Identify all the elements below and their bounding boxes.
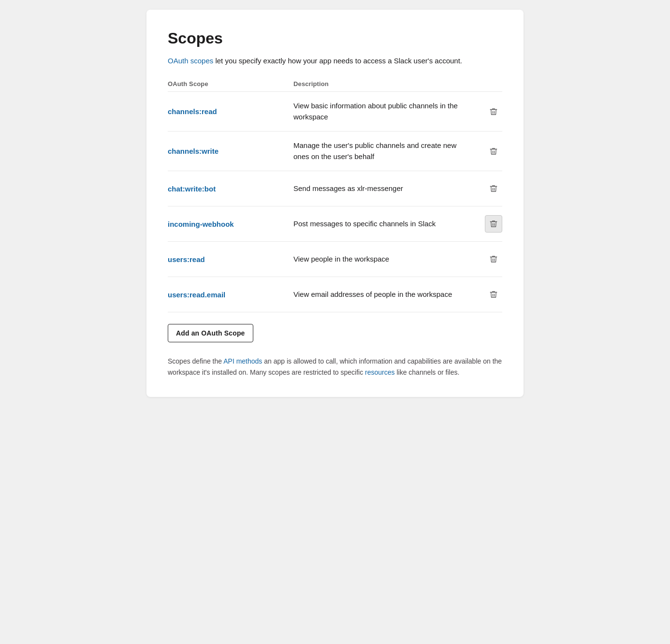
delete-scope-button[interactable] bbox=[485, 180, 502, 197]
scope-name-link[interactable]: chat:write:bot bbox=[168, 185, 293, 193]
table-row: channels:read View basic information abo… bbox=[168, 92, 502, 132]
oauth-scopes-link[interactable]: OAuth scopes bbox=[168, 57, 213, 65]
scope-description: View people in the workspace bbox=[293, 254, 473, 265]
scope-description: Send messages as xlr-messenger bbox=[293, 183, 473, 194]
scope-name-link[interactable]: channels:write bbox=[168, 147, 293, 155]
footer-text: Scopes define the API methods an app is … bbox=[168, 356, 502, 378]
delete-scope-button[interactable] bbox=[485, 103, 502, 120]
table-header: OAuth Scope Description bbox=[168, 80, 502, 92]
col-header-scope: OAuth Scope bbox=[168, 80, 293, 88]
col-header-description: Description bbox=[293, 80, 473, 88]
table-row: incoming-webhook Post messages to specif… bbox=[168, 206, 502, 242]
table-row: users:read View people in the workspace bbox=[168, 242, 502, 277]
page-title: Scopes bbox=[168, 29, 502, 47]
table-row: users:read.email View email addresses of… bbox=[168, 277, 502, 312]
table-row: chat:write:bot Send messages as xlr-mess… bbox=[168, 171, 502, 206]
scope-description: Manage the user's public channels and cr… bbox=[293, 140, 473, 162]
intro-paragraph: OAuth scopes let you specify exactly how… bbox=[168, 55, 502, 67]
scope-rows-container: channels:read View basic information abo… bbox=[168, 92, 502, 312]
scope-name-link[interactable]: users:read bbox=[168, 255, 293, 263]
resources-link[interactable]: resources bbox=[365, 368, 394, 376]
footer-text-before: Scopes define the bbox=[168, 357, 223, 365]
trash-icon bbox=[489, 290, 498, 299]
delete-scope-button[interactable] bbox=[485, 215, 502, 233]
api-methods-link[interactable]: API methods bbox=[223, 357, 262, 365]
add-scope-button[interactable]: Add an OAuth Scope bbox=[168, 324, 253, 342]
delete-scope-button[interactable] bbox=[485, 286, 502, 303]
scope-description: Post messages to specific channels in Sl… bbox=[293, 219, 473, 230]
scope-description: View basic information about public chan… bbox=[293, 101, 473, 122]
scope-name-link[interactable]: channels:read bbox=[168, 107, 293, 116]
delete-scope-button[interactable] bbox=[485, 250, 502, 268]
scope-name-link[interactable]: incoming-webhook bbox=[168, 220, 293, 228]
scopes-card: Scopes OAuth scopes let you specify exac… bbox=[146, 10, 524, 397]
scope-name-link[interactable]: users:read.email bbox=[168, 291, 293, 299]
trash-icon bbox=[489, 220, 498, 228]
table-row: channels:write Manage the user's public … bbox=[168, 132, 502, 171]
scope-description: View email addresses of people in the wo… bbox=[293, 289, 473, 300]
trash-icon bbox=[489, 184, 498, 193]
trash-icon bbox=[489, 255, 498, 263]
delete-scope-button[interactable] bbox=[485, 143, 502, 160]
trash-icon bbox=[489, 107, 498, 116]
trash-icon bbox=[489, 147, 498, 156]
footer-text-after: like channels or files. bbox=[395, 368, 460, 376]
